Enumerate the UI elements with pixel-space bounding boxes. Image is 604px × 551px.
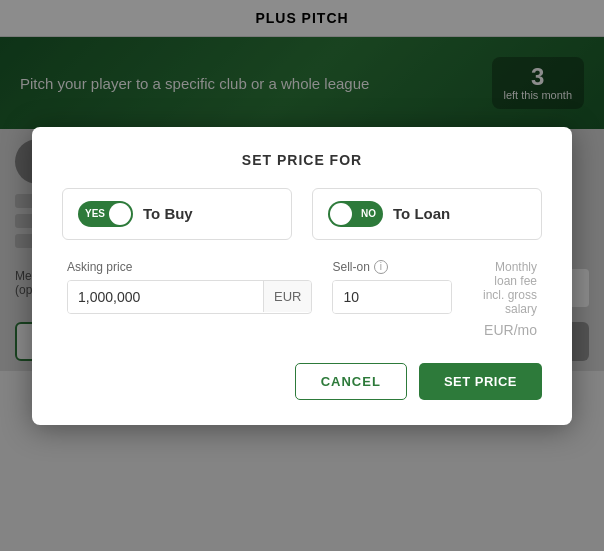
loan-toggle-knob <box>330 203 352 225</box>
buy-toggle-knob <box>109 203 131 225</box>
modal-overlay: SET PRICE FOR YES To Buy NO <box>0 0 604 551</box>
buy-toggle-label: YES <box>85 208 105 219</box>
sellon-input-group: % <box>332 280 452 314</box>
asking-price-input[interactable] <box>68 281 263 313</box>
asking-price-input-group: EUR <box>67 280 312 314</box>
asking-price-section: Asking price EUR <box>67 260 312 338</box>
loan-value: EUR/mo <box>472 322 537 338</box>
loan-toggle-label: NO <box>361 208 376 219</box>
price-fields: Asking price EUR Sell-on i % <box>62 260 542 338</box>
modal-actions: CANCEL SET PRICE <box>62 363 542 400</box>
loan-option-card[interactable]: NO To Loan <box>312 188 542 240</box>
buy-option-label: To Buy <box>143 205 193 222</box>
set-price-button[interactable]: SET PRICE <box>419 363 542 400</box>
sellon-section: Sell-on i % <box>332 260 452 338</box>
loan-info-section: Monthly loan fee incl. gross salary EUR/… <box>472 260 537 338</box>
buy-toggle[interactable]: YES <box>78 201 133 227</box>
sellon-input[interactable] <box>333 281 452 313</box>
modal-title: SET PRICE FOR <box>62 152 542 168</box>
info-icon[interactable]: i <box>374 260 388 274</box>
asking-price-currency: EUR <box>263 281 311 312</box>
set-price-modal: SET PRICE FOR YES To Buy NO <box>32 127 572 425</box>
buy-option-card[interactable]: YES To Buy <box>62 188 292 240</box>
sellon-label: Sell-on i <box>332 260 452 274</box>
loan-option-label: To Loan <box>393 205 450 222</box>
cancel-button[interactable]: CANCEL <box>295 363 407 400</box>
page-background: PLUS PITCH Pitch your player to a specif… <box>0 0 604 551</box>
loan-toggle[interactable]: NO <box>328 201 383 227</box>
modal-options: YES To Buy NO To Loan <box>62 188 542 240</box>
loan-desc: Monthly loan fee incl. gross salary <box>472 260 537 316</box>
asking-price-label: Asking price <box>67 260 312 274</box>
